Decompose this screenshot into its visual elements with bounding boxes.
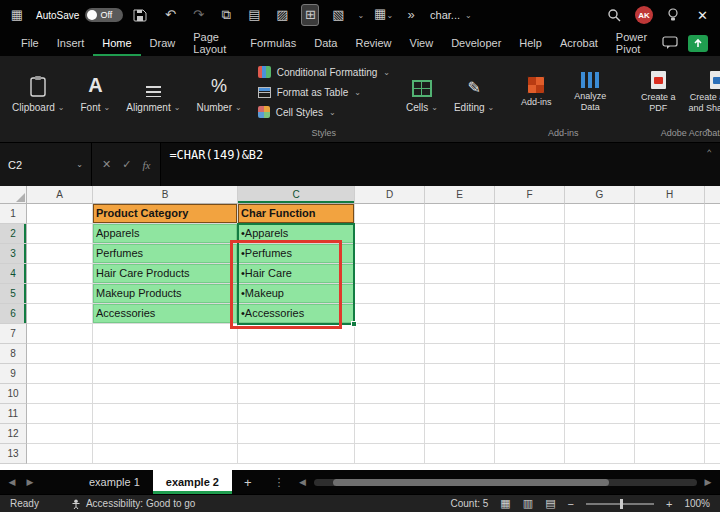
cell-C5[interactable]: •Makeup (238, 284, 355, 304)
column-header-A[interactable]: A (27, 186, 93, 204)
cell-D2[interactable] (355, 224, 425, 244)
cell-H12[interactable] (635, 424, 705, 444)
cell-E5[interactable] (425, 284, 495, 304)
cell-G1[interactable] (565, 204, 635, 224)
column-header-F[interactable]: F (495, 186, 565, 204)
cell-H8[interactable] (635, 344, 705, 364)
menu-developer[interactable]: Developer (442, 30, 510, 56)
analyze-data-button[interactable]: Analyze Data (564, 60, 616, 124)
scrollbar-thumb[interactable] (333, 479, 609, 486)
row-header-12[interactable]: 12 (0, 424, 27, 444)
cell-F4[interactable] (495, 264, 565, 284)
cell-E7[interactable] (425, 324, 495, 344)
cell-A10[interactable] (27, 384, 93, 404)
cell-D11[interactable] (355, 404, 425, 424)
cell-C4[interactable]: •Hair Care (238, 264, 355, 284)
cell-C11[interactable] (238, 404, 355, 424)
cell-H6[interactable] (635, 304, 705, 324)
create-pdf-share-button[interactable]: Create a PDF and Share link (686, 60, 720, 124)
cell-G2[interactable] (565, 224, 635, 244)
menu-page-layout[interactable]: Page Layout (184, 30, 241, 56)
cell-B5[interactable]: Makeup Products (93, 284, 238, 304)
cell-C8[interactable] (238, 344, 355, 364)
cell-F6[interactable] (495, 304, 565, 324)
cell-H2[interactable] (635, 224, 705, 244)
horizontal-scrollbar[interactable]: ◀ ▶ (297, 477, 714, 487)
save-icon[interactable] (133, 8, 151, 22)
cell-D13[interactable] (355, 444, 425, 464)
column-header-G[interactable]: G (565, 186, 635, 204)
cell-D1[interactable] (355, 204, 425, 224)
enter-icon[interactable]: ✓ (122, 158, 131, 171)
cell-E8[interactable] (425, 344, 495, 364)
row-header-2[interactable]: 2 (0, 224, 27, 244)
undo-icon[interactable]: ↶ (161, 5, 179, 25)
new-sheet-button[interactable]: + (238, 475, 258, 490)
number-button[interactable]: % Number⌄ (196, 60, 241, 124)
autosave-toggle[interactable]: AutoSave Off (36, 8, 123, 22)
cell-F13[interactable] (495, 444, 565, 464)
picture-icon[interactable]: ▨ (273, 5, 291, 25)
row-header-9[interactable]: 9 (0, 364, 27, 384)
cell-styles-button[interactable]: Cell Styles ⌄ (258, 102, 336, 122)
cell-F10[interactable] (495, 384, 565, 404)
cell-D10[interactable] (355, 384, 425, 404)
cell-C9[interactable] (238, 364, 355, 384)
row-header-7[interactable]: 7 (0, 324, 27, 344)
cell-B10[interactable] (93, 384, 238, 404)
cell-B1[interactable]: Product Category (93, 204, 238, 224)
cell-B2[interactable]: Apparels (93, 224, 238, 244)
cell-C2[interactable]: •Apparels (238, 224, 355, 244)
cell-H13[interactable] (635, 444, 705, 464)
cell-B11[interactable] (93, 404, 238, 424)
cell-A13[interactable] (27, 444, 93, 464)
cell-D12[interactable] (355, 424, 425, 444)
cell-D8[interactable] (355, 344, 425, 364)
sheet-nav-left-icon[interactable]: ◀ (6, 477, 18, 487)
menu-power-pivot[interactable]: Power Pivot (607, 30, 662, 56)
cell-C13[interactable] (238, 444, 355, 464)
row-header-6[interactable]: 6 (0, 304, 27, 324)
cell-G9[interactable] (565, 364, 635, 384)
menu-help[interactable]: Help (510, 30, 551, 56)
cell-B13[interactable] (93, 444, 238, 464)
cell-B4[interactable]: Hair Care Products (93, 264, 238, 284)
cell-C6[interactable]: •Accessories (238, 304, 355, 324)
page-break-view-icon[interactable]: ▤ (545, 497, 555, 510)
dropdown-chevron-icon[interactable]: ⌄ (357, 11, 364, 20)
menu-review[interactable]: Review (346, 30, 400, 56)
cell-H5[interactable] (635, 284, 705, 304)
cell-A1[interactable] (27, 204, 93, 224)
cell-B9[interactable] (93, 364, 238, 384)
row-header-4[interactable]: 4 (0, 264, 27, 284)
cell-D3[interactable] (355, 244, 425, 264)
cell-E2[interactable] (425, 224, 495, 244)
menu-acrobat[interactable]: Acrobat (551, 30, 607, 56)
cell-C3[interactable]: •Perfumes (238, 244, 355, 264)
cell-C12[interactable] (238, 424, 355, 444)
cell-E10[interactable] (425, 384, 495, 404)
scroll-left-icon[interactable]: ◀ (297, 477, 309, 487)
cell-D5[interactable] (355, 284, 425, 304)
alignment-button[interactable]: Alignment⌄ (126, 60, 180, 124)
sheet-nav-right-icon[interactable]: ▶ (24, 477, 36, 487)
cell-E1[interactable] (425, 204, 495, 224)
menu-file[interactable]: File (12, 30, 48, 56)
sheet-tab-example-1[interactable]: example 1 (76, 470, 153, 494)
cell-F2[interactable] (495, 224, 565, 244)
collapse-ribbon-icon[interactable]: ⌃ (704, 127, 712, 138)
table-dropdown-icon[interactable]: ▦⌄ (374, 4, 392, 26)
cell-A8[interactable] (27, 344, 93, 364)
cell-H4[interactable] (635, 264, 705, 284)
cell-E3[interactable] (425, 244, 495, 264)
insert-function-icon[interactable]: fx (142, 159, 150, 171)
cell-G3[interactable] (565, 244, 635, 264)
command-search-dropdown[interactable]: char... ⌄ (430, 9, 472, 21)
cell-A7[interactable] (27, 324, 93, 344)
cell-A5[interactable] (27, 284, 93, 304)
cell-C1[interactable]: Char Function (238, 204, 355, 224)
select-all-corner[interactable] (0, 186, 27, 204)
cell-A6[interactable] (27, 304, 93, 324)
cell-F8[interactable] (495, 344, 565, 364)
cell-A3[interactable] (27, 244, 93, 264)
